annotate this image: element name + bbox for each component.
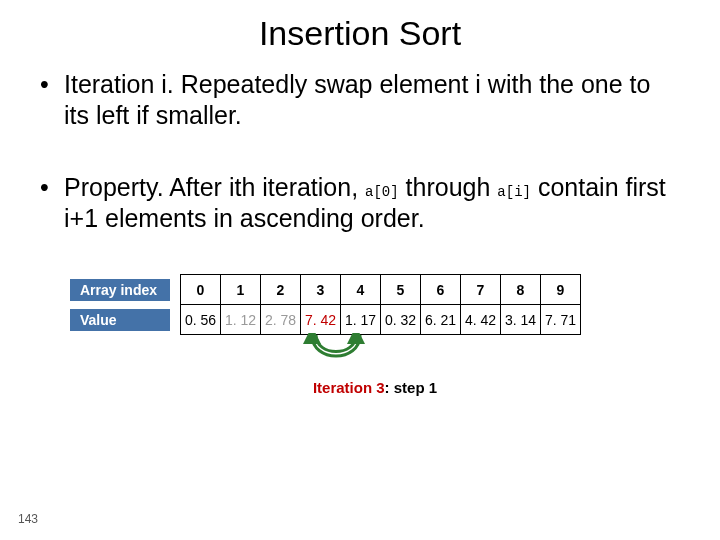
- bullet-1: Iteration i. Repeatedly swap element i w…: [40, 69, 680, 132]
- index-row-label-cell: Array index: [70, 275, 181, 305]
- page-number: 143: [18, 512, 38, 526]
- val-6: 6. 21: [421, 305, 461, 335]
- value-row-label: Value: [70, 309, 170, 331]
- val-4: 1. 17: [341, 305, 381, 335]
- page-title: Insertion Sort: [40, 14, 680, 53]
- val-9: 7. 71: [541, 305, 581, 335]
- idx-4: 4: [341, 275, 381, 305]
- array-table-wrap: Array index 0 1 2 3 4 5 6 7 8 9 Value 0.…: [70, 274, 680, 396]
- val-1: 1. 12: [221, 305, 261, 335]
- idx-3: 3: [301, 275, 341, 305]
- iteration-caption: Iteration 3: step 1: [70, 379, 680, 396]
- value-row-label-cell: Value: [70, 305, 181, 335]
- index-row-label: Array index: [70, 279, 170, 301]
- idx-6: 6: [421, 275, 461, 305]
- val-3: 7. 42: [301, 305, 341, 335]
- idx-8: 8: [501, 275, 541, 305]
- idx-5: 5: [381, 275, 421, 305]
- array-table: Array index 0 1 2 3 4 5 6 7 8 9 Value 0.…: [70, 274, 581, 335]
- bullet-1-text: Iteration i. Repeatedly swap element i w…: [64, 70, 650, 129]
- bullet-2-pre: Property. After ith iteration,: [64, 173, 365, 201]
- index-row: Array index 0 1 2 3 4 5 6 7 8 9: [70, 275, 581, 305]
- idx-1: 1: [221, 275, 261, 305]
- code-a0: a[0]: [365, 184, 399, 200]
- val-8: 3. 14: [501, 305, 541, 335]
- caption-step-num: 1: [429, 379, 437, 396]
- swap-arrows-icon: [298, 333, 378, 373]
- idx-9: 9: [541, 275, 581, 305]
- idx-7: 7: [461, 275, 501, 305]
- bullet-2: Property. After ith iteration, a[0] thro…: [40, 172, 680, 235]
- caption-iter-num: 3: [376, 379, 384, 396]
- val-7: 4. 42: [461, 305, 501, 335]
- idx-0: 0: [181, 275, 221, 305]
- bullet-list: Iteration i. Repeatedly swap element i w…: [40, 69, 680, 234]
- val-5: 0. 32: [381, 305, 421, 335]
- val-2: 2. 78: [261, 305, 301, 335]
- value-row: Value 0. 56 1. 12 2. 78 7. 42 1. 17 0. 3…: [70, 305, 581, 335]
- idx-2: 2: [261, 275, 301, 305]
- code-ai: a[i]: [497, 184, 531, 200]
- caption-step-label: step: [394, 379, 429, 396]
- caption-iter-label: Iteration: [313, 379, 376, 396]
- caption-sep: :: [385, 379, 394, 396]
- bullet-2-mid: through: [399, 173, 498, 201]
- val-0: 0. 56: [181, 305, 221, 335]
